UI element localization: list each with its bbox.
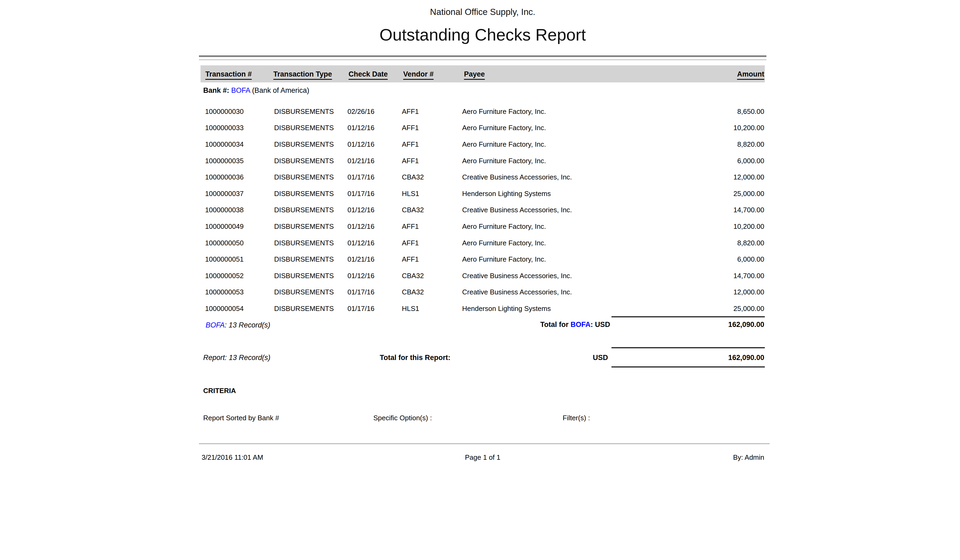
cell-vendor-number: HLS1 [402, 189, 419, 198]
criteria-specific-options: Specific Option(s) : [373, 414, 432, 422]
cell-check-date: 01/12/16 [347, 206, 374, 214]
table-row: 1000000038 DISBURSEMENTS 01/12/16 CBA32 … [200, 202, 765, 218]
table-row: 1000000049 DISBURSEMENTS 01/12/16 AFF1 A… [200, 218, 765, 235]
criteria-heading: CRITERIA [203, 387, 236, 395]
column-header-payee[interactable]: Payee [464, 70, 485, 80]
table-row: 1000000033 DISBURSEMENTS 01/12/16 AFF1 A… [200, 120, 765, 136]
bank-total-label-suffix: : USD [590, 320, 610, 328]
cell-transaction-type: DISBURSEMENTS [274, 304, 334, 312]
cell-vendor-number: AFF1 [402, 238, 419, 247]
table-row: 1000000052 DISBURSEMENTS 01/12/16 CBA32 … [200, 267, 765, 284]
bank-code-link[interactable]: BOFA [570, 320, 590, 328]
cell-transaction-number: 1000000036 [205, 173, 244, 181]
cell-check-date: 01/17/16 [347, 304, 374, 312]
column-header-transaction-number[interactable]: Transaction # [205, 70, 252, 80]
title-divider-dark [199, 56, 766, 57]
column-header-amount[interactable]: Amount [737, 70, 764, 80]
column-header-check-date[interactable]: Check Date [349, 70, 388, 80]
footer-datetime: 3/21/2016 11:01 AM [202, 453, 263, 462]
cell-payee: Henderson Lighting Systems [462, 304, 551, 312]
cell-amount: 10,200.00 [733, 124, 764, 132]
cell-vendor-number: CBA32 [402, 288, 424, 296]
footer-page-number: Page 1 of 1 [465, 453, 501, 462]
cell-transaction-number: 1000000052 [205, 272, 244, 280]
cell-transaction-type: DISBURSEMENTS [274, 288, 334, 296]
cell-transaction-type: DISBURSEMENTS [274, 222, 334, 230]
cell-transaction-type: DISBURSEMENTS [274, 206, 334, 214]
cell-transaction-type: DISBURSEMENTS [274, 255, 334, 264]
cell-amount: 12,000.00 [733, 173, 764, 181]
table-row: 1000000030 DISBURSEMENTS 02/26/16 AFF1 A… [200, 103, 765, 120]
cell-payee: Henderson Lighting Systems [462, 189, 551, 198]
table-row: 1000000054 DISBURSEMENTS 01/17/16 HLS1 H… [200, 300, 765, 317]
cell-payee: Aero Furniture Factory, Inc. [462, 124, 546, 132]
bank-total-amount: 162,090.00 [728, 320, 764, 329]
page-title: Outstanding Checks Report [200, 25, 765, 44]
cell-vendor-number: AFF1 [402, 107, 419, 115]
criteria-sorted-by: Report Sorted by Bank # [203, 414, 279, 422]
cell-transaction-number: 1000000050 [205, 238, 244, 247]
cell-check-date: 01/12/16 [347, 140, 374, 148]
table-row: 1000000034 DISBURSEMENTS 01/12/16 AFF1 A… [200, 136, 765, 152]
cell-payee: Creative Business Accessories, Inc. [462, 288, 572, 296]
cell-amount: 12,000.00 [733, 288, 764, 296]
footer-divider [199, 443, 770, 444]
title-divider-light [199, 59, 766, 60]
cell-check-date: 01/12/16 [347, 238, 374, 247]
table-row: 1000000051 DISBURSEMENTS 01/21/16 AFF1 A… [200, 251, 765, 267]
cell-amount: 14,700.00 [733, 206, 764, 214]
bank-code-link[interactable]: BOFA [231, 86, 250, 94]
report-total-currency: USD [593, 354, 608, 362]
column-header-vendor-number[interactable]: Vendor # [403, 70, 434, 80]
bank-record-count-text: : 13 Record(s) [225, 321, 270, 329]
bank-total-label-prefix: Total for [540, 320, 570, 328]
cell-amount: 14,700.00 [733, 272, 764, 280]
cell-transaction-number: 1000000049 [205, 222, 244, 230]
bank-name: (Bank of America) [252, 86, 309, 94]
report-total-label: Total for this Report: [380, 354, 450, 362]
table-body: 1000000030 DISBURSEMENTS 02/26/16 AFF1 A… [200, 103, 765, 317]
cell-check-date: 01/17/16 [347, 288, 374, 296]
company-name: National Office Supply, Inc. [200, 7, 765, 17]
cell-payee: Aero Furniture Factory, Inc. [462, 140, 546, 148]
subtotal-overline [611, 316, 765, 317]
cell-amount: 8,820.00 [737, 238, 764, 247]
table-row: 1000000050 DISBURSEMENTS 01/12/16 AFF1 A… [200, 235, 765, 251]
cell-amount: 6,000.00 [737, 157, 764, 165]
cell-transaction-type: DISBURSEMENTS [274, 140, 334, 148]
cell-amount: 25,000.00 [733, 304, 764, 312]
cell-vendor-number: AFF1 [402, 124, 419, 132]
cell-vendor-number: HLS1 [402, 304, 419, 312]
cell-transaction-type: DISBURSEMENTS [274, 173, 334, 181]
cell-vendor-number: AFF1 [402, 222, 419, 230]
bank-code-link[interactable]: BOFA [206, 321, 225, 329]
cell-vendor-number: CBA32 [402, 173, 424, 181]
cell-amount: 6,000.00 [737, 255, 764, 264]
cell-transaction-number: 1000000053 [205, 288, 244, 296]
table-row: 1000000036 DISBURSEMENTS 01/17/16 CBA32 … [200, 169, 765, 185]
cell-payee: Creative Business Accessories, Inc. [462, 173, 572, 181]
criteria-filters: Filter(s) : [563, 414, 590, 422]
table-row: 1000000035 DISBURSEMENTS 01/21/16 AFF1 A… [200, 152, 765, 169]
cell-transaction-number: 1000000033 [205, 124, 244, 132]
cell-transaction-type: DISBURSEMENTS [274, 238, 334, 247]
report-total-row: Report: 13 Record(s) Total for this Repo… [200, 347, 765, 368]
cell-check-date: 01/17/16 [347, 189, 374, 198]
cell-check-date: 01/12/16 [347, 272, 374, 280]
cell-transaction-number: 1000000034 [205, 140, 244, 148]
cell-transaction-type: DISBURSEMENTS [274, 107, 334, 115]
cell-check-date: 02/26/16 [347, 107, 374, 115]
cell-amount: 8,650.00 [737, 107, 764, 115]
table-header-bar: Transaction # Transaction Type Check Dat… [200, 66, 765, 82]
cell-transaction-number: 1000000030 [205, 107, 244, 115]
cell-transaction-type: DISBURSEMENTS [274, 272, 334, 280]
report-page: National Office Supply, Inc. Outstanding… [200, 0, 765, 560]
table-row: 1000000053 DISBURSEMENTS 01/17/16 CBA32 … [200, 284, 765, 301]
cell-payee: Aero Furniture Factory, Inc. [462, 157, 546, 165]
cell-payee: Aero Furniture Factory, Inc. [462, 222, 546, 230]
column-header-transaction-type[interactable]: Transaction Type [274, 70, 332, 80]
cell-amount: 10,200.00 [733, 222, 764, 230]
bank-group-header: Bank #: BOFA (Bank of America) [203, 86, 309, 94]
cell-payee: Aero Furniture Factory, Inc. [462, 255, 546, 264]
cell-transaction-number: 1000000037 [205, 189, 244, 198]
